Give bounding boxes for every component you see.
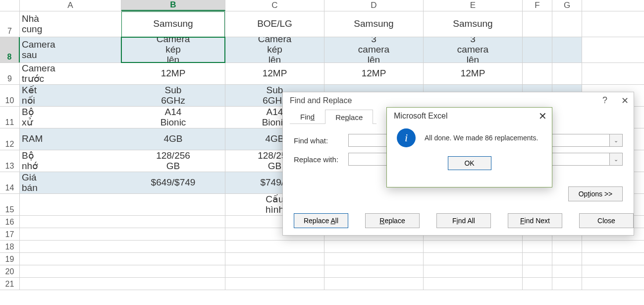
cell-E21[interactable] — [424, 278, 523, 290]
cell-G8[interactable] — [552, 37, 582, 62]
cell-A7[interactable]: Nhàcung — [20, 11, 121, 37]
cell-A13[interactable]: Bộnhớ — [20, 150, 121, 172]
row-header-20[interactable]: 20 — [0, 265, 20, 277]
column-header-A[interactable]: A — [20, 0, 121, 11]
row-header-9[interactable]: 9 — [0, 63, 20, 84]
cell-C19[interactable] — [225, 253, 324, 265]
find-next-button[interactable]: Find Next — [508, 213, 562, 228]
close-icon[interactable]: ✕ — [621, 95, 629, 106]
dialog-titlebar[interactable]: Find and Replace ? ✕ — [283, 92, 634, 109]
cell-B17[interactable] — [121, 228, 225, 240]
row-header-13[interactable]: 13 — [0, 150, 20, 172]
cell-B10[interactable]: Sub6GHz — [121, 85, 225, 106]
tab-find[interactable]: Find — [290, 109, 325, 123]
tab-replace[interactable]: Replace — [325, 110, 373, 124]
cell-B15[interactable] — [121, 194, 225, 215]
ok-button[interactable]: OK — [448, 156, 491, 170]
cell-F20[interactable] — [523, 265, 552, 277]
cell-E18[interactable] — [424, 241, 523, 252]
column-header-F[interactable]: F — [523, 0, 552, 11]
cell-D8[interactable]: 3cameralên — [324, 37, 424, 62]
cell-E9[interactable]: 12MP — [424, 63, 523, 84]
cell-A16[interactable] — [20, 216, 121, 228]
cell-A9[interactable]: Cameratrước — [20, 63, 121, 84]
row-header-17[interactable]: 17 — [0, 228, 20, 240]
column-header-E[interactable]: E — [424, 0, 523, 11]
column-header-B[interactable]: B — [121, 0, 225, 11]
cell-A14[interactable]: Giábán — [20, 172, 121, 193]
cell-B11[interactable]: A14Bionic — [121, 107, 225, 128]
cell-B20[interactable] — [121, 265, 225, 277]
cell-A8[interactable]: Camerasau — [20, 37, 121, 62]
find-what-dropdown[interactable]: ⌄ — [610, 134, 623, 147]
cell-F9[interactable] — [523, 63, 552, 84]
cell-G19[interactable] — [552, 253, 582, 265]
cell-B8[interactable]: Cameraképlên — [121, 37, 225, 62]
cell-C9[interactable]: 12MP — [225, 63, 324, 84]
column-header-C[interactable]: C — [225, 0, 324, 11]
replace-with-dropdown[interactable]: ⌄ — [610, 153, 623, 166]
message-titlebar[interactable]: Microsoft Excel ✕ — [387, 108, 552, 124]
options-button[interactable]: Options >> — [568, 186, 623, 201]
cell-B14[interactable]: $649/$749 — [121, 172, 225, 193]
cell-A11[interactable]: Bộxử — [20, 107, 121, 128]
row-header-19[interactable]: 19 — [0, 253, 20, 265]
cell-A20[interactable] — [20, 265, 121, 277]
cell-F7[interactable] — [523, 11, 552, 37]
cell-D18[interactable] — [324, 241, 424, 252]
cell-F21[interactable] — [523, 278, 552, 290]
row-header-16[interactable]: 16 — [0, 216, 20, 228]
cell-F18[interactable] — [523, 241, 552, 252]
cell-D20[interactable] — [324, 265, 424, 277]
row-header-12[interactable]: 12 — [0, 128, 20, 150]
cell-D7[interactable]: Samsung — [324, 11, 424, 37]
close-button[interactable]: Close — [579, 213, 634, 228]
cell-C20[interactable] — [225, 265, 324, 277]
cell-A15[interactable] — [20, 194, 121, 215]
cell-C8[interactable]: Cameraképlên — [225, 37, 324, 62]
row-header-15[interactable]: 15 — [0, 194, 20, 215]
cell-B12[interactable]: 4GB — [121, 128, 225, 150]
cell-B9[interactable]: 12MP — [121, 63, 225, 84]
cell-G21[interactable] — [552, 278, 582, 290]
find-all-button[interactable]: Find All — [436, 213, 491, 228]
column-header-D[interactable]: D — [324, 0, 424, 11]
cell-B18[interactable] — [121, 241, 225, 252]
cell-F8[interactable] — [523, 37, 552, 62]
row-header-14[interactable]: 14 — [0, 172, 20, 193]
row-header-18[interactable]: 18 — [0, 241, 20, 252]
cell-B21[interactable] — [121, 278, 225, 290]
row-header-10[interactable]: 10 — [0, 85, 20, 106]
column-header-G[interactable]: G — [552, 0, 582, 11]
cell-B7[interactable]: Samsung — [121, 11, 225, 37]
cell-C18[interactable] — [225, 241, 324, 252]
cell-E8[interactable]: 3cameralên — [424, 37, 523, 62]
cell-D9[interactable]: 12MP — [324, 63, 424, 84]
row-header-21[interactable]: 21 — [0, 278, 20, 290]
row-header-7[interactable]: 7 — [0, 11, 20, 37]
cell-G20[interactable] — [552, 265, 582, 277]
cell-B16[interactable] — [121, 216, 225, 228]
row-header-11[interactable]: 11 — [0, 107, 20, 128]
cell-A21[interactable] — [20, 278, 121, 290]
replace-all-button[interactable]: Replace All — [294, 213, 348, 228]
cell-B19[interactable] — [121, 253, 225, 265]
cell-E7[interactable]: Samsung — [424, 11, 523, 37]
replace-button[interactable]: Replace — [365, 213, 420, 228]
cell-D19[interactable] — [324, 253, 424, 265]
cell-F19[interactable] — [523, 253, 552, 265]
cell-A10[interactable]: Kếtnối — [20, 85, 121, 106]
cell-C21[interactable] — [225, 278, 324, 290]
cell-G9[interactable] — [552, 63, 582, 84]
cell-E20[interactable] — [424, 265, 523, 277]
cell-A12[interactable]: RAM — [20, 128, 121, 150]
row-header-8[interactable]: 8 — [0, 37, 20, 62]
help-button[interactable]: ? — [602, 95, 607, 106]
cell-D21[interactable] — [324, 278, 424, 290]
cell-E19[interactable] — [424, 253, 523, 265]
cell-G18[interactable] — [552, 241, 582, 252]
cell-C7[interactable]: BOE/LG — [225, 11, 324, 37]
cell-G7[interactable] — [552, 11, 582, 37]
select-all-corner[interactable] — [0, 0, 20, 11]
cell-A19[interactable] — [20, 253, 121, 265]
